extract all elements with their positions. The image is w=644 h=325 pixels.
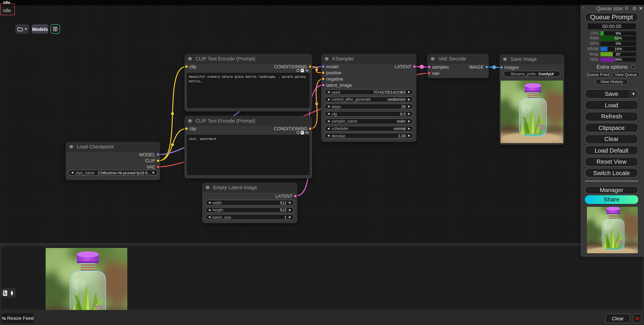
node-title[interactable]: Empty Latent Image (202, 182, 297, 192)
widget-sampler-name[interactable]: ◀sampler_nameeuler▶ (324, 118, 413, 124)
port-dot-latent[interactable] (413, 65, 416, 68)
resize-feed-button[interactable]: ⇆Resize Feed (2, 313, 34, 323)
decrement-arrow[interactable]: ◀ (327, 119, 330, 124)
output-conditioning[interactable]: CONDITIONING (184, 64, 312, 69)
prompt-textarea[interactable]: text, watermark (187, 135, 310, 175)
collapse-dot[interactable] (188, 57, 192, 61)
widget-denoise[interactable]: ◀denoise1.00▶ (324, 133, 413, 139)
port-dot-model[interactable] (157, 153, 160, 156)
decrement-arrow[interactable]: ◀ (327, 112, 330, 116)
clipspace-button[interactable]: Clipspace (585, 123, 638, 132)
node-ksampler[interactable]: KSampler model positive negative latent_… (321, 54, 416, 142)
input-vae[interactable]: vae (427, 71, 440, 76)
port-dot-latent[interactable] (322, 84, 324, 86)
feed-clear-button[interactable]: Clear (606, 314, 630, 323)
refresh-button[interactable]: Refresh (585, 112, 638, 121)
workflow-save-button[interactable] (50, 24, 60, 34)
increment-arrow[interactable]: ▶ (408, 112, 410, 116)
increment-arrow[interactable]: ▶ (408, 133, 410, 138)
output-clip[interactable]: CLIP (66, 158, 160, 163)
widget-width[interactable]: ◀width512▶ (205, 200, 294, 205)
close-icon[interactable]: × (639, 5, 642, 12)
load-default-button[interactable]: Load Default (585, 146, 638, 155)
output-vae[interactable]: VAE (66, 165, 160, 169)
collapse-dot[interactable] (206, 186, 209, 189)
switch-locale-button[interactable]: Switch Locale (585, 168, 638, 178)
port-dot-conditioning[interactable] (322, 78, 324, 80)
sidebar-image-preview[interactable] (587, 207, 638, 253)
extra-options-checkbox[interactable] (631, 65, 635, 69)
port-dot-image[interactable] (500, 66, 502, 69)
radio-icon[interactable] (296, 69, 299, 72)
workflow-folder-button[interactable] (15, 24, 29, 34)
feed-close-button[interactable]: × (633, 314, 642, 323)
node-title[interactable]: Load Checkpoint (66, 142, 160, 152)
increment-arrow[interactable]: ▶ (408, 90, 410, 95)
widget-height[interactable]: ◀height512▶ (205, 207, 294, 213)
node-vae-decode[interactable]: VAE Decode samples vae IMAGE (427, 54, 489, 78)
radio-icon[interactable] (296, 131, 299, 134)
node-title[interactable]: CLIP Text Encode (Prompt) (184, 116, 312, 126)
view-queue-button[interactable]: View Queue (612, 72, 640, 77)
port-dot-conditioning[interactable] (322, 72, 324, 74)
settings-gear-icon[interactable]: ⚙ (632, 6, 636, 12)
output-latent[interactable]: LATENT (321, 64, 416, 69)
increment-arrow[interactable]: ▶ (289, 215, 291, 220)
load-button[interactable]: Load (585, 100, 638, 110)
increment-arrow[interactable]: ▶ (408, 126, 410, 131)
save-workflow-button[interactable]: Save▼ (585, 89, 638, 98)
increment-arrow[interactable]: ▶ (408, 119, 410, 124)
decrement-arrow[interactable]: ◀ (71, 170, 73, 175)
increment-arrow[interactable]: ▶ (289, 200, 291, 205)
widget-steps[interactable]: ◀steps20▶ (324, 104, 413, 109)
queue-front-button[interactable]: Queue Front (585, 72, 611, 77)
save-dropdown-arrow[interactable]: ▼ (629, 90, 638, 98)
port-dot-latent[interactable] (294, 195, 297, 197)
widget-control-after-generate[interactable]: ◀control_after_generaterandomize▶ (324, 97, 413, 102)
feed-image[interactable] (46, 248, 127, 310)
bell-icon[interactable] (10, 290, 14, 296)
increment-arrow[interactable]: ▶ (152, 170, 155, 175)
output-latent[interactable]: LATENT (202, 194, 297, 198)
increment-arrow[interactable]: ▶ (289, 207, 291, 212)
decrement-arrow[interactable]: ◀ (327, 90, 330, 95)
output-model[interactable]: MODEL (66, 152, 160, 157)
clear-button[interactable]: Clear (585, 134, 638, 144)
collapse-dot[interactable] (70, 145, 73, 149)
widget-cfg[interactable]: ◀cfg8.0▶ (324, 111, 413, 117)
decrement-arrow[interactable]: ◀ (327, 133, 330, 138)
reset-view-button[interactable]: Reset View (585, 157, 638, 166)
prompt-textarea[interactable]: beautiful scenery nature glass bottle la… (187, 73, 310, 108)
decrement-arrow[interactable]: ◀ (208, 207, 210, 212)
queue-prompt-button[interactable]: Queue Prompt (585, 13, 638, 22)
view-history-button[interactable]: View History (596, 79, 628, 84)
collapse-dot[interactable] (503, 57, 507, 61)
node-title[interactable]: KSampler (321, 54, 416, 64)
node-title[interactable]: Save Image (500, 54, 564, 64)
node-save-image[interactable]: Save Image images filename_prefix ComfyU… (500, 54, 564, 145)
widget-scheduler[interactable]: ◀schedulernormal▶ (324, 126, 413, 131)
increment-arrow[interactable]: ▶ (408, 97, 410, 102)
port-dot-image[interactable] (486, 66, 488, 68)
share-button[interactable]: Share (585, 195, 638, 204)
input-negative[interactable]: negative (321, 77, 343, 81)
decrement-arrow[interactable]: ◀ (208, 215, 210, 220)
collapse-dot[interactable] (431, 57, 434, 61)
node-title[interactable]: CLIP Text Encode (Prompt) (184, 54, 312, 64)
increment-arrow[interactable]: ▶ (408, 104, 410, 109)
decrement-arrow[interactable]: ◀ (208, 200, 210, 205)
collapse-dot[interactable] (188, 119, 192, 123)
node-clip-text-encode-positive[interactable]: CLIP Text Encode (Prompt) clip CONDITION… (184, 54, 312, 112)
port-dot-conditioning[interactable] (309, 127, 312, 130)
node-empty-latent-image[interactable]: Empty Latent Image LATENT ◀width512▶ ◀he… (202, 182, 297, 223)
node-clip-text-encode-negative[interactable]: CLIP Text Encode (Prompt) clip CONDITION… (184, 116, 312, 178)
node-title[interactable]: VAE Decode (427, 54, 489, 64)
node-load-checkpoint[interactable]: Load Checkpoint MODEL CLIP VAE ◀ ckpt_na… (66, 142, 160, 180)
port-dot-vae[interactable] (428, 72, 430, 74)
output-image[interactable]: IMAGE (427, 65, 489, 69)
decrement-arrow[interactable]: ◀ (327, 104, 330, 109)
port-dot-conditioning[interactable] (309, 65, 312, 68)
input-positive[interactable]: positive (321, 70, 342, 75)
checkbox-checked-icon[interactable]: ✓ (300, 69, 304, 72)
input-images[interactable]: images (500, 65, 519, 70)
